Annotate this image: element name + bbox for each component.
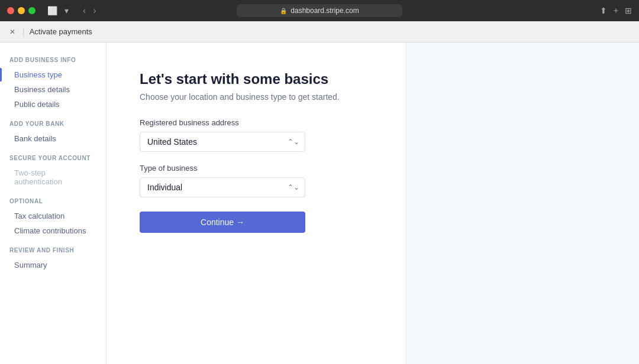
close-button-traffic[interactable] bbox=[7, 7, 14, 14]
app-container: Add Business Info Business type Business… bbox=[0, 43, 639, 364]
sidebar-item-business-type[interactable]: Business type bbox=[9, 68, 96, 82]
business-type-section: Type of business Individual Company Non-… bbox=[140, 164, 373, 197]
tab-separator: | bbox=[22, 27, 25, 37]
forward-button[interactable]: › bbox=[91, 4, 98, 17]
new-tab-icon[interactable]: ＋ bbox=[612, 5, 620, 16]
browser-sidebar-toggle[interactable]: ⬜ ▾ bbox=[45, 5, 71, 17]
chevron-down-icon[interactable]: ▾ bbox=[62, 5, 71, 17]
share-icon[interactable]: ⬆ bbox=[600, 6, 607, 15]
sidebar-item-label: Two-step authentication bbox=[14, 168, 92, 186]
sidebar-item-bank-details[interactable]: Bank details bbox=[9, 132, 96, 145]
sidebar-item-business-details[interactable]: Business details bbox=[9, 83, 96, 96]
registered-address-label: Registered business address bbox=[140, 118, 373, 127]
right-panel bbox=[406, 43, 640, 364]
registered-address-section: Registered business address United State… bbox=[140, 118, 373, 152]
sidebar-item-label: Summary bbox=[14, 261, 47, 269]
registered-address-select[interactable]: United States United Kingdom Canada Aust… bbox=[140, 132, 305, 152]
minimize-button-traffic[interactable] bbox=[18, 7, 25, 14]
registered-address-select-wrapper: United States United Kingdom Canada Aust… bbox=[140, 132, 305, 152]
sidebar-section-add-bank: Add Your Bank bbox=[9, 121, 96, 127]
sidebar-item-climate-contributions[interactable]: Climate contributions bbox=[9, 224, 96, 238]
sidebar-icon[interactable]: ⬜ bbox=[45, 5, 60, 17]
sidebar-item-label: Business details bbox=[14, 85, 70, 94]
browser-chrome: ⬜ ▾ ‹ › 🔒 dashboard.stripe.com ⬆ ＋ ⊞ bbox=[0, 0, 639, 21]
sidebar-section-secure-account: Secure Your Account bbox=[9, 155, 96, 161]
grid-icon[interactable]: ⊞ bbox=[625, 6, 632, 15]
sidebar-item-label: Public details bbox=[14, 100, 60, 109]
url-text: dashboard.stripe.com bbox=[291, 6, 359, 15]
sidebar: Add Business Info Business type Business… bbox=[0, 43, 106, 364]
business-type-select-wrapper: Individual Company Non-profit Government… bbox=[140, 177, 305, 197]
sidebar-item-label: Climate contributions bbox=[14, 226, 86, 235]
fullscreen-button-traffic[interactable] bbox=[28, 7, 36, 14]
page-title: Let's start with some basics bbox=[140, 71, 373, 87]
address-bar[interactable]: 🔒 dashboard.stripe.com bbox=[237, 4, 402, 17]
tab-title: Activate payments bbox=[30, 27, 92, 36]
continue-button[interactable]: Continue → bbox=[140, 212, 305, 233]
sidebar-item-summary[interactable]: Summary bbox=[9, 258, 96, 272]
main-content: Let's start with some basics Choose your… bbox=[106, 43, 406, 364]
page-subtitle: Choose your location and business type t… bbox=[140, 92, 373, 102]
lock-icon: 🔒 bbox=[280, 8, 287, 14]
tab-close-button[interactable]: ✕ bbox=[7, 28, 18, 36]
sidebar-item-public-details[interactable]: Public details bbox=[9, 98, 96, 111]
nav-buttons: ‹ › bbox=[80, 4, 99, 17]
continue-label: Continue → bbox=[201, 217, 244, 227]
sidebar-item-label: Tax calculation bbox=[14, 212, 64, 220]
tab-bar: ✕ | Activate payments bbox=[0, 21, 639, 43]
back-button[interactable]: ‹ bbox=[80, 4, 88, 17]
sidebar-section-add-business-info: Add Business Info bbox=[9, 57, 96, 63]
traffic-lights bbox=[7, 7, 36, 14]
browser-right-toolbar: ⬆ ＋ ⊞ bbox=[600, 5, 632, 16]
sidebar-item-label: Business type bbox=[14, 70, 62, 79]
sidebar-section-optional: Optional bbox=[9, 198, 96, 204]
business-type-label: Type of business bbox=[140, 164, 373, 173]
sidebar-item-label: Bank details bbox=[14, 134, 56, 143]
business-type-select[interactable]: Individual Company Non-profit Government… bbox=[140, 177, 305, 197]
sidebar-section-review-finish: Review and Finish bbox=[9, 247, 96, 254]
sidebar-item-tax-calculation[interactable]: Tax calculation bbox=[9, 209, 96, 223]
sidebar-item-two-step: Two-step authentication bbox=[9, 166, 96, 188]
